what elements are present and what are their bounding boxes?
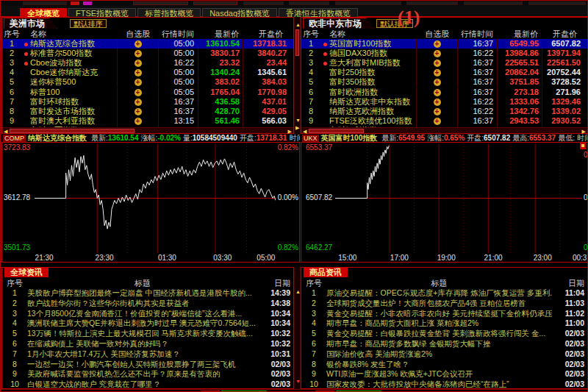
news-title[interactable]: 黄金交易提醒：小非农暗示非农向好 美元持续坚挺下金价料仍承压: [326, 309, 552, 319]
news-row[interactable]: 313个月8500亿资金南涌香江！价值投资的“极端信徒”这么看港...10:34: [2, 309, 293, 319]
news-row[interactable]: 6在缩减购债上 美联储一致对外真的好吗？10:32: [2, 339, 293, 349]
add-watchlist-icon[interactable]: +: [434, 89, 441, 96]
news-title[interactable]: 澳洲联储主席大赞QE并称退出刺激为时过早 澳元恐难守0.7564短...: [27, 318, 258, 329]
news-row[interactable]: 9WTI原油一度涨超3% 欧佩克+JTC会议召开02/03: [301, 369, 587, 379]
table-row[interactable]: 1纳斯达克综合指数+05:0013610.5413718.31: [2, 39, 293, 49]
news-row[interactable]: 1美股散户博弈型抱团最终一定崩盘 中国经济新机遇是港股牛股的...14:39: [2, 288, 293, 299]
nasdaq-intraday-chart[interactable]: 3723.83 3612.78 3501.73 0.82% 0.00% 0.82…: [1, 142, 300, 263]
scroll-left-icon[interactable]: ◀: [303, 129, 306, 134]
default-sort-button[interactable]: 默认排序: [70, 19, 107, 28]
add-watchlist-icon[interactable]: +: [135, 60, 142, 67]
news-title[interactable]: 国家发改委：大批待投放中央储备冻猪肉已经“在路上”: [326, 379, 552, 388]
news-title[interactable]: 全球期货成交量出炉！大商所包揽农产品4强 豆粕位居榜首: [326, 299, 552, 309]
table-row[interactable]: 2标准普尔500指数+05:003830.173840.27: [2, 49, 293, 58]
add-watchlist-icon[interactable]: +: [135, 79, 142, 86]
ftse100-intraday-chart[interactable]: 6553.37 6507.82 6462.27 0 0 0 15:0017:00…: [301, 142, 588, 263]
news-title[interactable]: 散户战胜华尔街？这些华尔街机构其实是获益者: [27, 299, 258, 309]
add-watchlist-icon[interactable]: +: [434, 69, 441, 76]
add-watchlist-icon[interactable]: +: [135, 50, 142, 57]
scroll-right-icon[interactable]: ▶: [288, 129, 292, 134]
scroll-left-icon[interactable]: ◀: [4, 129, 7, 134]
news-row[interactable]: 10国家发改委：大批待投放中央储备冻猪肉已经“在路上”02/03: [301, 379, 587, 388]
table-row[interactable]: 8富时发达市场指数+16:37428.70429.05: [2, 107, 293, 116]
scroll-up-icon[interactable]: ▲: [295, 22, 301, 27]
horizontal-scrollbar[interactable]: ◀ ▶: [2, 127, 293, 133]
price-plot-area[interactable]: [335, 143, 582, 253]
news-row[interactable]: 8一边怼一边买！小鹏汽车创始人买特斯拉股票挣了两三架飞机02/03: [2, 360, 293, 370]
news-title[interactable]: 美政府喊话要监管投机热怎么还不出手？原来是有苦衷的: [27, 369, 258, 379]
news-row[interactable]: 71月小非农大增17.4万人 美国经济复苏加速？10:31: [2, 349, 293, 360]
table-row[interactable]: 3Cboe波动指数+16:2223.3223.44: [2, 58, 293, 68]
news-title[interactable]: 13个月8500亿资金南涌香江！价值投资的“极端信徒”这么看港...: [27, 309, 258, 319]
vertical-scrollbar[interactable]: ▲ ▼ ▶: [294, 17, 301, 134]
table-row[interactable]: 6标普100+05:051765.041770.98: [2, 87, 293, 96]
scrollbar-thumb[interactable]: [309, 129, 364, 133]
news-title[interactable]: WTI原油一度涨超3% 欧佩克+JTC会议召开: [326, 369, 552, 379]
table-row[interactable]: 5迷你标普500+05:00383.02384.03: [2, 77, 293, 87]
add-watchlist-icon[interactable]: +: [135, 89, 142, 96]
news-title[interactable]: 期市早盘：商品期货大面积上涨 菜粕涨超2%: [326, 318, 552, 329]
add-watchlist-icon[interactable]: +: [434, 99, 441, 106]
news-title[interactable]: 美股散户博弈型抱团最终一定崩盘 中国经济新机遇是港股牛股的...: [27, 288, 258, 299]
news-row[interactable]: 4期市早盘：商品期货大面积上涨 菜粕涨超2%11:00: [301, 318, 587, 329]
add-watchlist-icon[interactable]: +: [135, 108, 142, 115]
news-title[interactable]: 13万辆！特斯拉上演史上最大规模召回 马斯克求新求变屡次触礁...: [27, 329, 258, 339]
add-watchlist-icon[interactable]: +: [434, 79, 441, 86]
add-watchlist-icon[interactable]: +: [135, 40, 142, 48]
vertical-scrollbar[interactable]: ▲ ▼: [294, 267, 301, 389]
news-row[interactable]: 6期市早盘：商品期货多数飘绿 金银期货大幅下挫02/03: [301, 339, 587, 349]
table-row[interactable]: 4Cboe迷你纳斯达克+05:001340.241345.61: [2, 68, 293, 77]
table-row[interactable]: 5富时350指数+16:373751.853728.52: [301, 77, 587, 87]
table-row[interactable]: 3意大利富时MIB指数+16:3722565.5122561.50: [301, 58, 587, 68]
add-watchlist-icon[interactable]: +: [135, 99, 142, 106]
table-row[interactable]: 4富时250指数+16:3720862.0420752.44: [301, 68, 587, 77]
horizontal-scrollbar[interactable]: ◀ ▶: [301, 127, 587, 133]
news-row[interactable]: 9美政府喊话要监管投机热怎么还不出手？原来是有苦衷的02/03: [2, 369, 293, 379]
news-row[interactable]: 2全球期货成交量出炉！大商所包揽农产品4强 豆粕位居榜首11:03: [301, 299, 587, 309]
table-row[interactable]: 7纳斯达克欧非中东指数+16:221333.061329.46: [301, 97, 587, 107]
news-title[interactable]: 黄金交易提醒：白银暴跌拉黄金垫背 美刺激新政将强行闯关 金...: [326, 329, 552, 339]
add-watchlist-icon[interactable]: +: [434, 108, 441, 115]
news-title[interactable]: 期市早盘：商品期货多数飘绿 金银期货大幅下挫: [326, 339, 552, 349]
status-label: 开盘:: [467, 134, 484, 142]
news-title[interactable]: 在缩减购债上 美联储一致对外真的好吗？: [27, 339, 258, 349]
news-title[interactable]: 银价暴跌8% 发生了啥？: [326, 360, 552, 370]
table-row[interactable]: 1英国富时100指数+16:376549.956507.82: [301, 39, 587, 49]
news-row[interactable]: 3黄金交易提醒：小非农暗示非农向好 美元持续坚挺下金价料仍承压11:02: [301, 309, 587, 319]
add-watchlist-icon[interactable]: +: [434, 118, 441, 125]
scrollbar-thumb[interactable]: [10, 129, 135, 133]
news-row[interactable]: 4澳洲联储主席大赞QE并称退出刺激为时过早 澳元恐难守0.7564短...10:…: [2, 318, 293, 329]
table-row[interactable]: 2德国DAX30指数+16:2213984.8613971.94: [301, 49, 587, 58]
scroll-up-icon[interactable]: ▲: [295, 289, 301, 294]
news-title[interactable]: 1月小非农大增17.4万人 美国经济复苏加速？: [27, 349, 258, 360]
table-row[interactable]: 7富时环球指数+16:37436.58437.01: [2, 97, 293, 107]
news-tab-global[interactable]: 全球资讯: [4, 268, 49, 277]
news-row[interactable]: 8银价暴跌8% 发生了啥？02/03: [301, 360, 587, 370]
news-title[interactable]: 白银逼空大战的散户 究竟栽在了哪里？: [27, 379, 258, 388]
news-tab-commodity[interactable]: 商品资讯: [304, 268, 348, 277]
add-watchlist-icon[interactable]: +: [135, 69, 142, 76]
table-row[interactable]: 6富时欧洲指数+16:37273.18271.96: [301, 87, 587, 96]
table-row[interactable]: 9FTSE泛欧绩优100指数+16:372943.532930.52: [301, 116, 587, 126]
table-row[interactable]: 9富时澳大利亚指数+13:15561.46566.03: [2, 116, 293, 126]
news-row[interactable]: 5黄金交易提醒：白银暴跌拉黄金垫背 美刺激新政将强行闯关 金...02/03: [301, 329, 587, 339]
add-watchlist-icon[interactable]: +: [434, 50, 441, 57]
add-watchlist-icon[interactable]: +: [434, 40, 441, 48]
news-row[interactable]: 2散户战胜华尔街？这些华尔街机构其实是获益者14:38: [2, 299, 293, 309]
news-row[interactable]: 513万辆！特斯拉上演史上最大规模召回 马斯克求新求变屡次触礁...10:32: [2, 329, 293, 339]
scroll-down-icon[interactable]: ▼: [295, 379, 301, 384]
news-row[interactable]: 10白银逼空大战的散户 究竟栽在了哪里？02/03: [2, 379, 293, 388]
news-row[interactable]: 7国际油价收高 美油期货涨逾2%02/03: [301, 349, 587, 360]
price-plot-area[interactable]: [35, 143, 276, 253]
news-title[interactable]: 原油交易提醒：OPEC乐观态度+库存再降 炼油厂恢复运营 多重利...: [326, 288, 552, 299]
table-row[interactable]: 8纳斯达克欧洲指数+16:221342.761339.02: [301, 107, 587, 116]
add-watchlist-icon[interactable]: +: [434, 60, 441, 67]
scroll-right-icon[interactable]: ▶: [582, 129, 586, 134]
scroll-down-icon[interactable]: ▼: [295, 118, 301, 123]
scrollbar-thumb[interactable]: [295, 29, 299, 56]
news-title[interactable]: 国际油价收高 美油期货涨逾2%: [326, 349, 552, 360]
news-row[interactable]: 1原油交易提醒：OPEC乐观态度+库存再降 炼油厂恢复运营 多重利...11:0…: [301, 288, 587, 299]
add-watchlist-icon[interactable]: +: [135, 118, 142, 125]
news-title[interactable]: 一边怼一边买！小鹏汽车创始人买特斯拉股票挣了两三架飞机: [27, 360, 258, 370]
scroll-right-icon[interactable]: ▶: [295, 125, 299, 130]
